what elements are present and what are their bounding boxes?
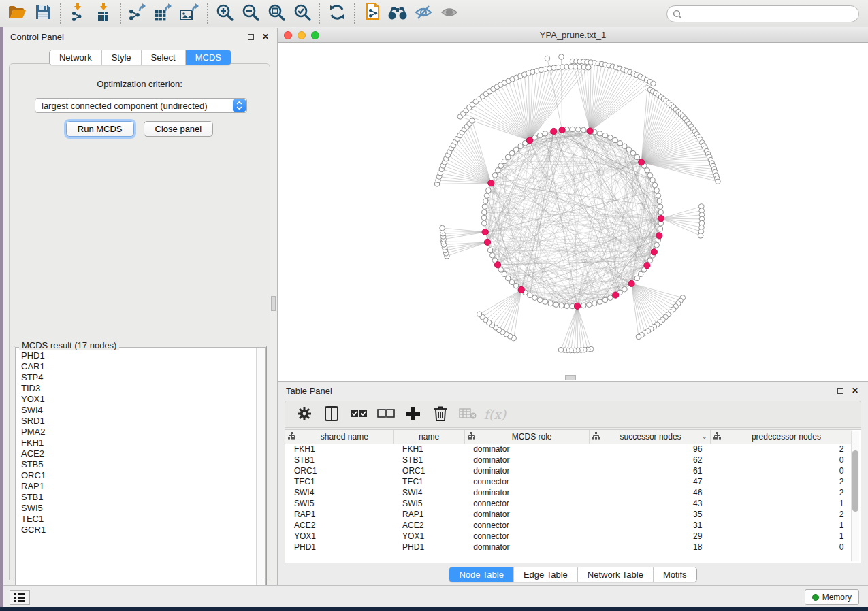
table-row[interactable]: YOX1YOX1connector291 [285,531,852,542]
mcds-hub-node[interactable] [526,137,532,144]
mcds-hub-node[interactable] [644,263,650,269]
mcds-result-item[interactable]: SWI5 [16,503,265,514]
mcds-hub-node[interactable] [613,292,619,298]
select-all-button[interactable] [347,403,371,425]
save-session-button[interactable] [30,2,56,25]
network-window-titlebar[interactable]: YPA_prune.txt_1 [278,28,868,43]
tab-mcds[interactable]: MCDS [186,50,231,65]
tab-edge-table[interactable]: Edge Table [514,567,578,582]
float-panel-icon[interactable] [246,32,255,42]
mcds-result-item[interactable]: ORC1 [16,470,265,481]
open-file-button[interactable] [4,2,30,25]
show-all-button[interactable] [436,2,462,25]
settings-gear-button[interactable] [292,403,317,425]
column-header-predecessor-nodes[interactable]: predecessor nodes [710,430,852,444]
search-field[interactable] [666,5,859,22]
show-columns-button[interactable] [319,403,344,425]
close-panel-icon[interactable]: ✕ [261,32,270,42]
mcds-hub-node[interactable] [656,233,662,239]
tab-motifs[interactable]: Motifs [654,567,696,582]
optimization-criterion-dropdown[interactable]: largest connected component (undirected) [35,98,247,113]
mcds-hub-node[interactable] [551,128,557,134]
run-mcds-button[interactable]: Run MCDS [66,121,134,137]
zoom-out-button[interactable] [238,2,263,25]
table-row[interactable]: SWI4SWI4dominator462 [285,487,852,498]
table-row[interactable]: FKH1FKH1dominator962 [285,444,852,455]
mcds-hub-node[interactable] [559,127,565,133]
memory-button[interactable]: Memory [805,589,859,605]
mcds-result-item[interactable]: SRD1 [16,416,265,427]
close-table-panel-icon[interactable]: ✕ [850,386,860,395]
tab-style[interactable]: Style [102,50,142,65]
mcds-result-item[interactable]: RAP1 [16,481,265,492]
tab-select[interactable]: Select [142,50,186,65]
mcds-result-item[interactable]: ACE2 [16,448,265,459]
table-row[interactable]: ORC1ORC1dominator610 [285,465,852,476]
export-table-button[interactable] [151,2,177,25]
mcds-hub-node[interactable] [574,303,580,309]
network-from-file-button[interactable] [359,2,385,25]
mcds-hub-node[interactable] [628,280,634,286]
mcds-list-scrollbar[interactable] [256,348,265,597]
mcds-hub-node[interactable] [587,128,593,134]
mcds-result-item[interactable]: STB1 [16,492,265,503]
column-header-shared-name[interactable]: shared name [285,430,393,444]
import-network-button[interactable] [65,2,91,25]
zoom-selected-button[interactable] [289,2,315,25]
export-network-button[interactable] [125,2,151,25]
close-panel-button[interactable]: Close panel [144,121,214,137]
zoom-fit-button[interactable] [263,2,289,25]
node-table: shared namenameMCDS rolesuccessor nodes⌄… [285,429,861,563]
horizontal-splitter-handle[interactable] [565,375,576,380]
mcds-hub-node[interactable] [658,216,664,222]
mcds-hub-node[interactable] [484,239,490,245]
export-image-button[interactable] [177,2,203,25]
refresh-button[interactable] [324,2,350,25]
table-row[interactable]: SWI5SWI5connector431 [285,498,852,509]
table-row[interactable]: RAP1RAP1dominator352 [285,509,852,520]
tab-node-table[interactable]: Node Table [449,567,514,582]
vertical-splitter-handle[interactable] [271,296,276,311]
mcds-hub-node[interactable] [518,286,524,293]
mcds-hub-node[interactable] [639,159,645,165]
mcds-result-item[interactable]: SWI4 [16,405,265,416]
mcds-result-item[interactable]: STP4 [16,372,265,383]
mcds-result-item[interactable]: FKH1 [16,437,265,448]
column-header-name[interactable]: name [393,430,464,444]
dropdown-stepper-icon [233,99,246,112]
add-row-button[interactable] [401,403,425,425]
mcds-result-list[interactable]: PHD1CAR1STP4TID3YOX1SWI4SRD1PMA2FKH1ACE2… [15,347,266,597]
mcds-hub-node[interactable] [494,262,500,268]
mcds-result-item[interactable]: GCR1 [16,525,265,535]
mcds-result-item[interactable]: PHD1 [16,350,265,361]
mcds-hub-node[interactable] [488,180,494,186]
application-window: Control Panel ✕ NetworkStyleSelectMCDS O… [0,0,868,607]
unselect-all-button[interactable] [374,403,398,425]
find-button[interactable] [385,2,411,25]
hide-selected-button[interactable] [411,2,436,25]
table-row[interactable]: TEC1TEC1connector472 [285,476,852,487]
mcds-hub-node[interactable] [651,249,657,255]
search-input[interactable] [682,9,858,19]
mcds-result-item[interactable]: STB5 [16,459,265,470]
float-table-panel-icon[interactable] [835,386,845,395]
task-history-button[interactable] [10,590,30,605]
column-header-MCDS-role[interactable]: MCDS role [464,430,589,444]
table-row[interactable]: STB1STB1dominator620 [285,455,852,465]
import-table-button[interactable] [91,2,116,25]
column-header-successor-nodes[interactable]: successor nodes⌄ [589,430,710,444]
tab-network-table[interactable]: Network Table [578,567,654,582]
table-scrollbar[interactable] [851,431,859,561]
delete-row-button[interactable] [428,403,453,425]
mcds-result-item[interactable]: PMA2 [16,427,265,437]
network-view-canvas[interactable] [278,43,868,381]
mcds-result-item[interactable]: CAR1 [16,361,265,372]
mcds-hub-node[interactable] [482,229,488,235]
mcds-result-item[interactable]: TEC1 [16,514,265,525]
table-row[interactable]: ACE2ACE2connector311 [285,520,852,531]
tab-network[interactable]: Network [50,50,102,65]
zoom-in-button[interactable] [212,2,238,25]
mcds-result-item[interactable]: TID3 [16,383,265,394]
table-row[interactable]: PHD1PHD1dominator180 [285,542,852,552]
mcds-result-item[interactable]: YOX1 [16,394,265,405]
